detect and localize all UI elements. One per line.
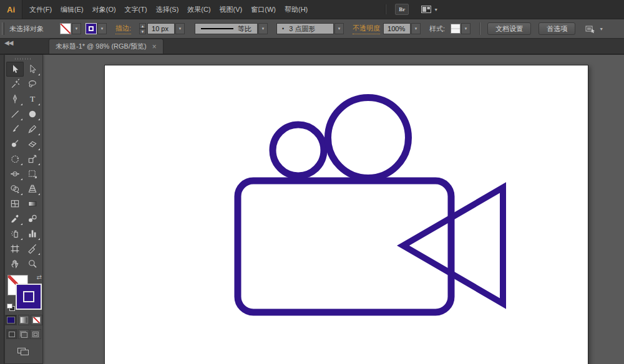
stroke-color-swatch[interactable] bbox=[85, 23, 97, 34]
draw-inside-button[interactable] bbox=[30, 329, 41, 339]
panel-grip-icon[interactable] bbox=[15, 58, 32, 60]
menu-item-5[interactable]: 选择(S) bbox=[152, 0, 183, 19]
tool-scale[interactable] bbox=[24, 151, 41, 166]
style-swatch[interactable] bbox=[451, 24, 461, 34]
menu-items: 文件(F)编辑(E)对象(O)文字(T)选择(S)效果(C)视图(V)窗口(W)… bbox=[25, 0, 312, 19]
collapse-panels-button[interactable]: ◀◀ bbox=[0, 37, 42, 54]
menu-item-2[interactable]: 编辑(E) bbox=[56, 0, 88, 19]
tool-column-graph[interactable] bbox=[24, 226, 41, 241]
fill-color-swatch[interactable] bbox=[60, 23, 71, 34]
tool-artboard[interactable] bbox=[6, 241, 24, 256]
opacity-chevron-icon[interactable]: ▾ bbox=[411, 23, 421, 34]
tool-rotate[interactable] bbox=[6, 151, 24, 166]
tool-perspective-grid[interactable] bbox=[24, 181, 41, 196]
brush-chevron-icon[interactable]: ▾ bbox=[334, 23, 344, 34]
document-setup-button[interactable]: 文档设置 bbox=[487, 22, 531, 35]
select-similar-options-icon[interactable]: ▼ bbox=[585, 25, 603, 33]
tool-type[interactable]: T bbox=[24, 92, 41, 107]
tool-pen[interactable] bbox=[6, 92, 24, 107]
tab-bar: ◀◀ 未标题-1* @ 98% (RGB/预览) × bbox=[0, 39, 624, 55]
opacity-field[interactable]: 100% bbox=[383, 23, 411, 34]
menu-item-4[interactable]: 文字(T) bbox=[120, 0, 152, 19]
artboard[interactable] bbox=[104, 65, 588, 364]
tool-slice[interactable] bbox=[24, 241, 41, 256]
preferences-button[interactable]: 首选项 bbox=[539, 22, 575, 35]
svg-text:T: T bbox=[30, 94, 36, 103]
menu-item-7[interactable]: 视图(V) bbox=[215, 0, 247, 19]
canvas-area[interactable] bbox=[4, 55, 624, 364]
fill-dropdown-chevron-icon[interactable]: ▾ bbox=[72, 23, 81, 34]
brush-preview-dot: • bbox=[282, 26, 284, 32]
gradient-mode-icon bbox=[20, 317, 28, 323]
stepper-up-icon[interactable]: ▴ bbox=[139, 23, 146, 29]
tool-eraser[interactable] bbox=[24, 136, 41, 151]
stroke-width-stepper[interactable]: ▴▾ bbox=[139, 23, 146, 34]
brush-definition-dropdown[interactable]: • 3 点圆形 bbox=[276, 23, 334, 34]
draw-normal-button[interactable] bbox=[6, 329, 17, 339]
tool-gradient[interactable] bbox=[24, 196, 41, 211]
stroke-dropdown-chevron-icon[interactable]: ▾ bbox=[97, 23, 107, 34]
color-mode-button[interactable] bbox=[5, 315, 17, 325]
tool-zoom[interactable] bbox=[24, 256, 41, 271]
tool-shape-builder[interactable] bbox=[6, 181, 24, 196]
default-fill-stroke-icon[interactable] bbox=[7, 304, 16, 312]
tool-blob-brush[interactable] bbox=[6, 136, 24, 151]
menu-item-8[interactable]: 窗口(W) bbox=[246, 0, 280, 19]
tool-magic-wand[interactable] bbox=[6, 77, 24, 92]
stepper-down-icon[interactable]: ▾ bbox=[139, 29, 146, 34]
selection-status: 未选择对象 bbox=[9, 24, 44, 34]
tool-pencil[interactable] bbox=[24, 122, 41, 136]
drawing-mode-row bbox=[5, 329, 42, 339]
gradient-mode-button[interactable] bbox=[18, 315, 30, 325]
menu-item-1[interactable]: 文件(F) bbox=[25, 0, 56, 19]
tool-ellipse[interactable] bbox=[24, 107, 41, 122]
app-logo[interactable]: Ai bbox=[0, 0, 22, 19]
stroke-well[interactable] bbox=[16, 284, 42, 310]
control-bar-divider bbox=[479, 22, 480, 35]
profile-chevron-icon[interactable]: ▾ bbox=[258, 23, 268, 34]
tool-paintbrush[interactable] bbox=[6, 122, 24, 136]
style-chevron-icon[interactable]: ▾ bbox=[461, 23, 470, 34]
control-bar: 未选择对象 ▾ ▾ 描边: ▴▾ 10 px ▾ 等比 ▾ • 3 点圆形 ▾ … bbox=[0, 19, 624, 39]
swap-fill-stroke-icon[interactable]: ⇄ bbox=[37, 274, 42, 280]
style-label: 样式: bbox=[429, 24, 445, 34]
screen-mode-button[interactable] bbox=[16, 345, 32, 357]
menu-item-9[interactable]: 帮助(H) bbox=[280, 0, 312, 19]
stroke-label[interactable]: 描边: bbox=[115, 24, 131, 34]
opacity-label[interactable]: 不透明度 bbox=[353, 24, 380, 34]
draw-behind-button[interactable] bbox=[18, 329, 29, 339]
screen-mode-icon-back bbox=[21, 350, 29, 355]
work-area: T ⇄ bbox=[0, 55, 624, 364]
tool-lasso[interactable] bbox=[24, 77, 41, 92]
tool-line-segment[interactable] bbox=[6, 107, 24, 122]
tool-hand[interactable] bbox=[6, 256, 24, 271]
menu-item-6[interactable]: 效果(C) bbox=[183, 0, 215, 19]
tools-grid: T bbox=[5, 62, 42, 271]
document-tab[interactable]: 未标题-1* @ 98% (RGB/预览) × bbox=[49, 39, 163, 54]
tool-selection[interactable] bbox=[6, 62, 24, 77]
stroke-width-chevron-icon[interactable]: ▾ bbox=[175, 23, 185, 34]
tool-blend[interactable] bbox=[24, 211, 41, 226]
arrange-documents-icon[interactable]: ▼ bbox=[421, 6, 438, 13]
brush-value: 3 点圆形 bbox=[289, 24, 315, 34]
bridge-launch-icon[interactable]: Br bbox=[395, 4, 409, 15]
tab-close-icon[interactable]: × bbox=[152, 42, 157, 51]
tool-width[interactable] bbox=[6, 166, 24, 181]
stroke-width-field[interactable]: 10 px bbox=[147, 23, 175, 34]
none-mode-button[interactable] bbox=[31, 315, 42, 325]
tool-mesh[interactable] bbox=[6, 196, 24, 211]
select-similar-glyph-icon bbox=[585, 25, 596, 33]
fill-stroke-wells: ⇄ bbox=[5, 274, 42, 313]
dock-edge-strip bbox=[0, 55, 4, 364]
control-bar-grip[interactable] bbox=[2, 22, 4, 35]
tool-direct-selection[interactable] bbox=[24, 62, 41, 77]
chevron-down-icon: ▼ bbox=[434, 7, 438, 12]
tool-symbol-sprayer[interactable] bbox=[6, 226, 24, 241]
tool-eyedropper[interactable] bbox=[6, 211, 24, 226]
tool-free-transform[interactable] bbox=[24, 166, 41, 181]
width-profile-dropdown[interactable]: 等比 bbox=[195, 23, 258, 34]
none-mode-icon bbox=[32, 317, 41, 323]
tools-panel: T ⇄ bbox=[4, 55, 43, 364]
menu-item-3[interactable]: 对象(O) bbox=[88, 0, 120, 19]
draw-inside-icon bbox=[32, 332, 39, 337]
